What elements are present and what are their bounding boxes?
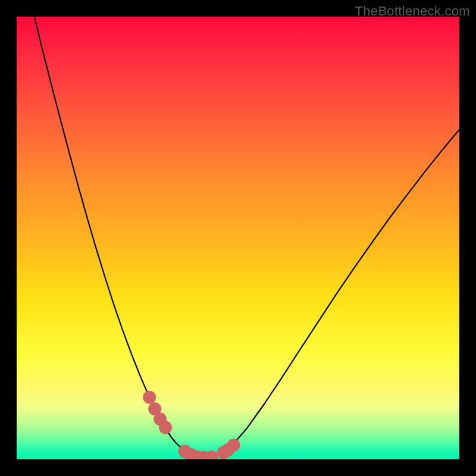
chart-svg xyxy=(17,17,459,459)
marker-dot xyxy=(159,421,172,434)
marker-dot xyxy=(143,391,156,404)
bottleneck-curve xyxy=(35,17,459,458)
highlight-markers xyxy=(143,391,240,459)
marker-dot xyxy=(227,439,240,452)
marker-dot xyxy=(205,450,218,459)
chart-container: TheBottleneck.com xyxy=(0,0,476,476)
plot-area xyxy=(17,17,459,459)
